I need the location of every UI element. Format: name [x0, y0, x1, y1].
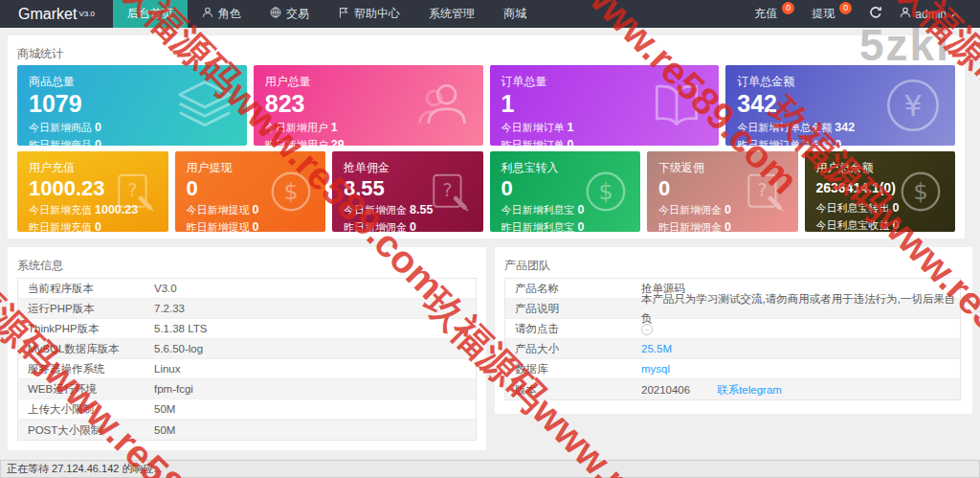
info-value: V3.0: [154, 279, 476, 298]
card-line-value: 0: [893, 218, 900, 232]
info-label: 服务器操作系统: [18, 359, 154, 378]
card-line-label: 今日新增充值: [29, 204, 92, 216]
info-value: 7.2.33: [154, 299, 476, 318]
card-line-value: 0: [893, 201, 900, 215]
table-row: 运行PHP版本7.2.33: [18, 299, 476, 319]
card-line-label: 昨日新增充值: [29, 221, 92, 232]
nav-item-roles[interactable]: 角色: [188, 0, 256, 28]
svg-text:$: $: [913, 178, 927, 205]
info-label: 上传大小限制: [18, 399, 154, 419]
info-value: 5.6.50-log: [154, 339, 476, 358]
nav-item-label: 帮助中心: [354, 6, 400, 22]
card-line-label: 昨日新增用户: [265, 139, 328, 147]
section-title-system-info: 系统信息: [17, 258, 63, 274]
table-row: POST大小限制50M: [18, 420, 476, 440]
card-line-label: 今日新增佣金: [344, 204, 407, 216]
card-line-label: 今日新增提现: [187, 204, 250, 216]
info-value: Linux: [154, 359, 476, 378]
table-row: ThinkPHP版本5.1.38 LTS: [18, 319, 476, 339]
refresh-icon: [869, 6, 882, 22]
nav-item-label: 后台首页: [127, 6, 173, 22]
card-line-label: 今日新增订单: [501, 122, 565, 133]
nav-item-mall[interactable]: 商城: [489, 0, 541, 28]
info-value: 5.1.38 LTS: [154, 319, 476, 338]
table-row: MySQL数据库版本5.6.50-log: [18, 339, 476, 359]
app-logo: GmarketV3.0: [0, 0, 113, 28]
user-icon: [202, 7, 213, 21]
nav-item-trade[interactable]: 交易: [256, 0, 323, 28]
card-line-label: 今日利息宝转出: [816, 202, 890, 214]
database-link[interactable]: mysql: [641, 359, 960, 378]
info-label: 请勿点击: [505, 319, 641, 338]
card-line-label: 昨日新增利息宝: [501, 221, 575, 232]
nav-item-system-management[interactable]: 系统管理: [414, 0, 489, 28]
card-line-value: 0: [724, 220, 731, 232]
stat-card-subordinate-rebate: 下级返佣 0 今日新增佣金0 昨日新增佣金0 ?: [647, 151, 798, 232]
circle-minus-icon[interactable]: −: [641, 324, 653, 335]
stat-card-user-withdraw: 用户提现 0 今日新增提现0 昨日新增提现0 $: [175, 151, 326, 232]
card-line-value: 0: [568, 138, 574, 147]
card-line-label: 昨日新增商品: [29, 139, 92, 147]
withdraw-button[interactable]: 提现0: [803, 0, 860, 28]
card-line-value: 0: [95, 138, 101, 147]
section-title-product-team: 产品团队: [504, 258, 550, 274]
navbar: GmarketV3.0 后台首页 角色 交易 帮助中心 系统管理 商城 充值0 …: [0, 0, 980, 28]
card-line-value: 0: [724, 203, 731, 216]
info-label: 版本: [505, 380, 641, 399]
telegram-link[interactable]: 联系telegram: [717, 384, 782, 396]
info-label: 当前程序版本: [18, 279, 154, 298]
card-line-label: 昨日新增订单总金额: [737, 139, 832, 147]
refresh-button[interactable]: [860, 0, 891, 28]
version-value: 20210406: [641, 384, 690, 396]
card-line-value: 0: [410, 220, 416, 232]
user-icon: [900, 7, 911, 21]
card-line-value: 0: [95, 121, 101, 134]
table-row: 版本20210406联系telegram: [505, 379, 960, 399]
question-note-icon: ?: [743, 171, 785, 213]
user-menu[interactable]: admin: [891, 0, 969, 28]
stat-card-order-amount-total: 订单总金额 342 今日新增订单总金额342 昨日新增订单总金额0 ¥: [725, 65, 955, 146]
navbar-right: 充值0 提现0 admin: [746, 0, 980, 28]
svg-text:?: ?: [757, 181, 767, 201]
dollar-circle-icon: $: [900, 171, 942, 213]
card-line-label: 今日新增用户: [265, 122, 328, 133]
withdraw-label: 提现: [812, 6, 835, 22]
table-row: 数据库mysql: [505, 359, 960, 379]
nav-item-label: 商城: [503, 6, 526, 22]
recharge-label: 充值: [754, 6, 777, 22]
card-line-label: 今日新增佣金: [658, 204, 722, 216]
product-size-link[interactable]: 25.5M: [641, 339, 960, 358]
stats-panel: 商城统计 商品总量 1079 今日新增商品0 昨日新增商品0 用户总量 823 …: [8, 35, 965, 239]
nav-item-dashboard[interactable]: 后台首页: [113, 0, 188, 28]
info-value: 50M: [154, 421, 476, 440]
nav-item-label: 系统管理: [429, 6, 475, 22]
recharge-button[interactable]: 充值0: [746, 0, 803, 28]
info-label: 产品说明: [505, 299, 641, 318]
table-row: 上传大小限制50M: [18, 399, 476, 420]
stat-card-orders-total: 订单总量 1 今日新增订单1 昨日新增订单0: [490, 65, 720, 146]
card-line-value: 0: [95, 220, 101, 232]
info-label: ThinkPHP版本: [18, 319, 154, 338]
stat-card-user-recharge: 用户充值 1000.23 今日新增充值1000.23 昨日新增充值0 ?: [17, 151, 168, 232]
card-line-label: 今日利息宝收益: [816, 219, 890, 231]
card-line-label: 昨日新增订单: [501, 139, 565, 147]
card-line-value: 0: [253, 203, 259, 216]
chevron-up-icon: [950, 8, 960, 21]
section-title-mall-stats: 商城统计: [17, 46, 63, 62]
withdraw-badge: 0: [839, 2, 852, 14]
info-value: −: [641, 319, 960, 338]
question-note-icon: ?: [428, 171, 470, 213]
browser-status-bar: 正在等待 27.124.46.142 的响应...: [0, 460, 980, 478]
nav-item-help-center[interactable]: 帮助中心: [323, 0, 414, 28]
book-icon: [648, 77, 705, 134]
svg-text:¥: ¥: [903, 89, 922, 123]
info-label: MySQL数据库版本: [18, 339, 154, 358]
nav-item-label: 交易: [286, 6, 309, 22]
svg-text:?: ?: [127, 181, 137, 201]
info-value: fpm-fcgi: [154, 379, 476, 398]
flag-icon: [338, 7, 349, 21]
stats-row-1: 商品总量 1079 今日新增商品0 昨日新增商品0 用户总量 823 今日新增用…: [17, 65, 955, 146]
globe-icon: [270, 7, 281, 21]
card-line-label: 昨日新增提现: [187, 221, 250, 232]
info-label: POST大小限制: [18, 421, 154, 440]
